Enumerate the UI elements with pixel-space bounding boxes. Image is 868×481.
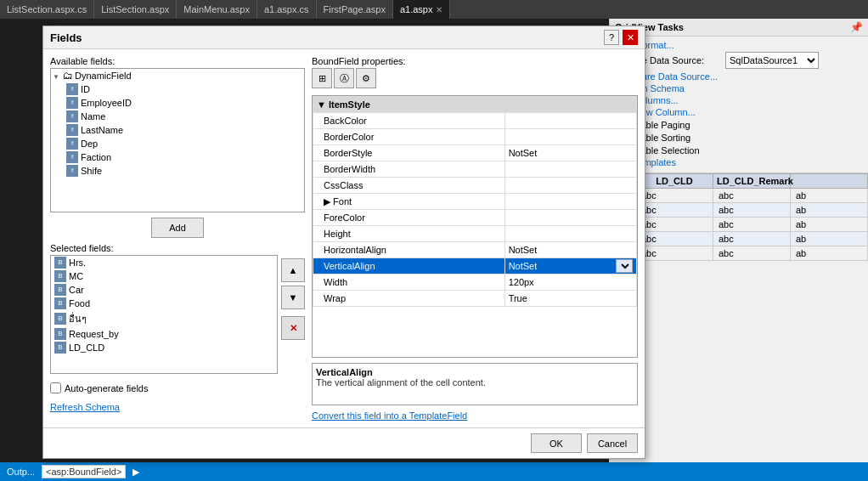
move-up-icon: ▲ <box>289 265 298 275</box>
props-group-itemstyle[interactable]: ▼ ItemStyle <box>313 97 637 113</box>
properties-grid[interactable]: ▼ ItemStyle BackColor BorderColor <box>312 95 638 358</box>
refresh-schema-link[interactable]: Refresh Schema <box>615 83 863 93</box>
props-value[interactable] <box>504 178 636 194</box>
props-row-bordercolor[interactable]: BorderColor <box>313 129 637 145</box>
props-row-horizontalalign[interactable]: HorizontalAlign NotSet <box>313 242 637 258</box>
props-value[interactable]: NotSet <box>504 242 636 258</box>
group-label: ItemStyle <box>329 99 370 110</box>
props-value[interactable] <box>504 113 636 129</box>
props-key-selected: VerticalAlign <box>313 258 505 274</box>
datasource-select[interactable]: SqlDataSource1 <box>725 52 819 69</box>
props-key: Wrap <box>313 291 505 307</box>
tree-item-name[interactable]: f Name <box>51 110 304 123</box>
field-icon: B <box>54 313 66 325</box>
props-key: ForeColor <box>313 210 505 226</box>
field-icon: B <box>54 297 66 309</box>
bf-alpha-sort-btn[interactable]: Ⓐ <box>334 68 354 88</box>
dialog-help-button[interactable]: ? <box>604 30 619 45</box>
available-fields-label: Available fields: <box>50 56 305 66</box>
tab-firstpage[interactable]: FirstPage.aspx <box>317 0 393 19</box>
verticalalign-dropdown[interactable]: NotSet Top Middle Bottom <box>616 259 633 273</box>
props-row-borderwidth[interactable]: BorderWidth <box>313 161 637 178</box>
tree-item-faction[interactable]: f Faction <box>51 150 304 164</box>
add-button[interactable]: Add <box>151 218 204 238</box>
props-value[interactable] <box>504 210 636 226</box>
list-item[interactable]: B Car <box>51 283 277 297</box>
enable-paging-row: Enable Paging <box>615 119 863 130</box>
props-row-cssclass[interactable]: CssClass <box>313 178 637 194</box>
props-value[interactable]: True <box>504 291 636 307</box>
move-up-button[interactable]: ▲ <box>281 258 305 282</box>
alpha-sort-icon: Ⓐ <box>340 72 349 85</box>
collapse-icon: ▼ <box>317 99 326 110</box>
props-row-width[interactable]: Width 120px <box>313 274 637 291</box>
move-down-button[interactable]: ▼ <box>281 286 305 309</box>
field-icon: B <box>54 328 66 340</box>
field-icon: f <box>66 124 78 136</box>
list-item[interactable]: B อื่นๆ <box>51 310 277 327</box>
convert-templatefield-link[interactable]: Convert this field into a TemplateField <box>312 410 638 421</box>
tab-listsection[interactable]: ListSection.aspx <box>94 0 177 19</box>
gridview-tasks-header: GridView Tasks 📌 <box>610 19 868 37</box>
tab-label: a1.aspx.cs <box>264 4 309 14</box>
props-row-wrap[interactable]: Wrap True <box>313 291 637 307</box>
tab-listsection-cs[interactable]: ListSection.aspx.cs <box>0 0 94 19</box>
props-value[interactable]: NotSet <box>504 145 636 161</box>
tab-label: a1.aspx <box>400 4 433 14</box>
tree-item-id[interactable]: f ID <box>51 82 304 96</box>
edit-columns-link[interactable]: Edit Columns... <box>615 95 863 105</box>
tab-a1[interactable]: a1.aspx ✕ <box>393 0 451 19</box>
tab-label: MainMenu.aspx <box>183 4 250 14</box>
props-row-forecolor[interactable]: ForeColor <box>313 210 637 226</box>
tree-item-lastname[interactable]: f LastName <box>51 123 304 137</box>
edit-templates-link[interactable]: Edit Templates <box>615 157 863 167</box>
tasks-pin-icon[interactable]: 📌 <box>850 21 863 33</box>
props-value[interactable] <box>504 161 636 178</box>
props-value[interactable] <box>504 226 636 242</box>
ok-button[interactable]: OK <box>531 433 582 453</box>
tab-close-icon[interactable]: ✕ <box>436 5 442 14</box>
tree-expand-icon <box>53 71 63 81</box>
tree-item-employeeid[interactable]: f EmployeeID <box>51 96 304 110</box>
delete-button[interactable]: ✕ <box>281 316 305 340</box>
bf-settings-btn[interactable]: ⚙ <box>356 68 376 88</box>
list-item[interactable]: B Request_by <box>51 327 277 341</box>
table-row: cabcabcab <box>611 218 868 232</box>
props-value[interactable]: 120px <box>504 274 636 291</box>
props-key: CssClass <box>313 178 505 194</box>
list-item[interactable]: B MC <box>51 269 277 283</box>
add-column-link[interactable]: Add New Column... <box>615 107 863 117</box>
tree-item-shife[interactable]: f Shife <box>51 164 304 178</box>
cancel-button[interactable]: Cancel <box>587 433 638 453</box>
grid-header-remark: LD_CLD_Remark <box>713 174 791 189</box>
props-value[interactable] <box>504 194 636 210</box>
settings-icon: ⚙ <box>362 73 370 84</box>
auto-format-link[interactable]: Auto Format... <box>615 40 863 50</box>
autogenerate-checkbox[interactable] <box>50 382 61 393</box>
list-item[interactable]: B LD_CLD <box>51 341 277 354</box>
props-row-font[interactable]: ▶ Font <box>313 194 637 210</box>
bf-grid-view-btn[interactable]: ⊞ <box>312 68 332 88</box>
configure-datasource-link[interactable]: Configure Data Source... <box>615 71 863 82</box>
fields-tree[interactable]: 🗂 DynamicField f ID f EmployeeID <box>50 68 305 212</box>
tree-item-dep[interactable]: f Dep <box>51 137 304 150</box>
tree-folder-icon: 🗂 <box>63 70 73 82</box>
refresh-schema-link-dialog[interactable]: Refresh Schema <box>50 402 305 412</box>
tab-mainmenu[interactable]: MainMenu.aspx <box>177 0 257 19</box>
props-row-borderstyle[interactable]: BorderStyle NotSet <box>313 145 637 161</box>
props-row-backcolor[interactable]: BackColor <box>313 113 637 129</box>
list-item[interactable]: B Hrs. <box>51 256 277 269</box>
grid-view-icon: ⊞ <box>318 73 326 84</box>
selected-list[interactable]: B Hrs. B MC B Car <box>50 255 278 374</box>
props-value[interactable] <box>504 129 636 145</box>
tab-a1-cs[interactable]: a1.aspx.cs <box>257 0 317 19</box>
nav-arrow-right[interactable]: ▶ <box>132 467 139 478</box>
props-row-verticalalign[interactable]: VerticalAlign NotSet NotSet Top Middle <box>313 258 637 274</box>
tree-label: Dep <box>81 139 98 149</box>
dialog-close-button[interactable]: ✕ <box>623 30 638 45</box>
list-item[interactable]: B Food <box>51 297 277 310</box>
tree-item-dynamicfield[interactable]: 🗂 DynamicField <box>51 69 304 82</box>
props-value-selected[interactable]: NotSet NotSet Top Middle Bottom <box>504 258 636 274</box>
props-row-height[interactable]: Height <box>313 226 637 242</box>
right-panel: GridView Tasks 📌 Auto Format... Choose D… <box>609 19 868 462</box>
